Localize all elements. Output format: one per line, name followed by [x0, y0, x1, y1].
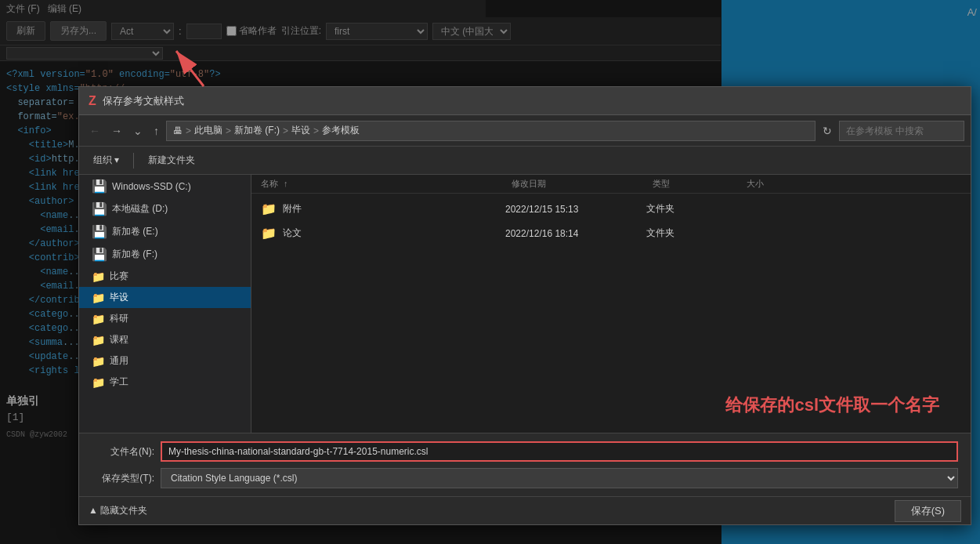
- dialog-navbar: ← → ⌄ ↑ 🖶 > 此电脑 > 新加卷 (F:) > 毕设 > 参考模板 ↻: [79, 115, 971, 147]
- filetype-label: 保存类型(T):: [92, 472, 154, 485]
- col-header-type[interactable]: 类型: [653, 178, 747, 190]
- file-item-lunwen[interactable]: 📁 论文 2022/12/16 18:14 文件夹: [251, 221, 971, 245]
- dialog-titlebar: Z 保存参考文献样式: [79, 87, 971, 115]
- col-header-date[interactable]: 修改日期: [512, 178, 653, 190]
- drive-icon-d: 💾: [92, 201, 107, 216]
- save-dialog: Z 保存参考文献样式 ← → ⌄ ↑ 🖶 > 此电脑 > 新加卷 (F:) > …: [78, 86, 971, 525]
- dialog-title-text: 保存参考文献样式: [103, 94, 184, 108]
- folder-icon-fujian: 📁: [261, 201, 277, 216]
- col-header-name[interactable]: 名称 ↑: [261, 178, 512, 190]
- nav-forward-button[interactable]: →: [107, 122, 126, 140]
- organize-button[interactable]: 组织 ▾: [89, 151, 124, 169]
- filelist-header: 名称 ↑ 修改日期 类型 大小: [251, 175, 971, 194]
- dialog-footer: 文件名(N): 保存类型(T): Citation Style Language…: [79, 433, 971, 496]
- folder-icon-tongyong: 📁: [92, 355, 105, 368]
- col-header-size[interactable]: 大小: [747, 178, 809, 190]
- file-type-lunwen: 文件夹: [646, 227, 740, 240]
- breadcrumb-sep1: >: [186, 125, 191, 136]
- drive-icon-e: 💾: [92, 224, 107, 239]
- breadcrumb-part2[interactable]: 新加卷 (F:): [234, 124, 280, 137]
- breadcrumb-sep4: >: [313, 125, 319, 136]
- save-button[interactable]: 保存(S): [895, 500, 961, 522]
- dialog-bottombar: ▲ 隐藏文件夹 保存(S): [79, 496, 971, 524]
- sidebar-item-label-c: Windows-SSD (C:): [112, 181, 191, 192]
- sidebar-item-label-f: 新加卷 (F:): [112, 248, 157, 261]
- file-date-lunwen: 2022/12/16 18:14: [505, 228, 646, 239]
- sidebar-item-label-xuegong: 学工: [110, 375, 128, 389]
- breadcrumb-sep2: >: [226, 125, 231, 136]
- filename-input[interactable]: [161, 441, 958, 462]
- filelist-body: 📁 附件 2022/12/15 15:13 文件夹 📁 论文 2022/12/1…: [251, 194, 971, 378]
- file-date-fujian: 2022/12/15 15:13: [505, 204, 646, 215]
- breadcrumb-part4[interactable]: 参考模板: [322, 124, 360, 137]
- annotation-area: 给保存的csl文件取一个名字: [251, 378, 971, 433]
- folder-icon-kecheng: 📁: [92, 334, 105, 346]
- folder-icon-xuegong: 📁: [92, 376, 105, 389]
- sidebar-item-label-tongyong: 通用: [110, 354, 128, 368]
- breadcrumb-computer[interactable]: 🖶: [173, 125, 183, 136]
- sidebar-item-label-e: 新加卷 (E:): [112, 225, 158, 238]
- file-item-fujian[interactable]: 📁 附件 2022/12/15 15:13 文件夹: [251, 197, 971, 221]
- nav-back-button[interactable]: ←: [85, 122, 104, 140]
- folder-icon-bishe: 📁: [92, 292, 105, 304]
- dialog-body: 💾 Windows-SSD (C:) 💾 本地磁盘 (D:) 💾 新加卷 (E:…: [79, 175, 971, 433]
- folder-icon-keyan: 📁: [92, 313, 105, 325]
- dialog-filelist: 名称 ↑ 修改日期 类型 大小 📁 附件 2022/12/15 15:13 文件…: [251, 175, 971, 433]
- toolbar-divider: [133, 153, 134, 169]
- nav-up-button[interactable]: ↑: [150, 122, 163, 140]
- sidebar-item-label-bishe: 毕设: [110, 291, 128, 304]
- sidebar-item-bisai[interactable]: 📁 比赛: [79, 266, 251, 287]
- drive-icon-c: 💾: [92, 179, 107, 194]
- sidebar-item-local-d[interactable]: 💾 本地磁盘 (D:): [79, 198, 251, 220]
- dialog-toolbar: 组织 ▾ 新建文件夹: [79, 147, 971, 175]
- file-name-lunwen: 📁 论文: [261, 226, 505, 241]
- filetype-row: 保存类型(T): Citation Style Language (*.csl): [92, 468, 958, 488]
- folder-icon-lunwen: 📁: [261, 226, 277, 241]
- sidebar-item-label-keyan: 科研: [110, 312, 128, 325]
- file-name-fujian: 📁 附件: [261, 201, 505, 216]
- sidebar-item-label-kecheng: 课程: [110, 333, 128, 346]
- sidebar-item-windows-ssd[interactable]: 💾 Windows-SSD (C:): [79, 175, 251, 198]
- drive-icon-f: 💾: [92, 247, 107, 262]
- sidebar-item-kecheng[interactable]: 📁 课程: [79, 329, 251, 350]
- filetype-select[interactable]: Citation Style Language (*.csl): [161, 468, 958, 488]
- sidebar-item-label-bisai: 比赛: [110, 270, 128, 283]
- file-type-fujian: 文件夹: [646, 202, 740, 216]
- nav-dropdown-button[interactable]: ⌄: [129, 122, 146, 140]
- annotation-text: 给保存的csl文件取一个名字: [725, 395, 939, 415]
- nav-search-input[interactable]: [839, 121, 964, 141]
- filename-row: 文件名(N):: [92, 441, 958, 462]
- sidebar-item-xuegong[interactable]: 📁 学工: [79, 372, 251, 393]
- new-folder-button[interactable]: 新建文件夹: [143, 151, 200, 169]
- breadcrumb-bar: 🖶 > 此电脑 > 新加卷 (F:) > 毕设 > 参考模板: [166, 121, 815, 141]
- sidebar-item-bishe[interactable]: 📁 毕设: [79, 287, 251, 308]
- nav-refresh-button[interactable]: ↻: [819, 122, 836, 140]
- filename-label: 文件名(N):: [92, 445, 154, 459]
- sidebar-item-label-d: 本地磁盘 (D:): [112, 202, 168, 216]
- sidebar-item-tongyong[interactable]: 📁 通用: [79, 350, 251, 372]
- sidebar-item-keyan[interactable]: 📁 科研: [79, 308, 251, 329]
- dialog-sidebar: 💾 Windows-SSD (C:) 💾 本地磁盘 (D:) 💾 新加卷 (E:…: [79, 175, 251, 433]
- dialog-title-icon: Z: [89, 94, 96, 108]
- breadcrumb-part1[interactable]: 此电脑: [194, 124, 222, 137]
- sidebar-item-drive-e[interactable]: 💾 新加卷 (E:): [79, 220, 251, 243]
- breadcrumb-part3[interactable]: 毕设: [291, 124, 310, 137]
- breadcrumb-sep3: >: [283, 125, 288, 136]
- folder-icon-bisai: 📁: [92, 270, 105, 283]
- hide-files-button[interactable]: ▲ 隐藏文件夹: [89, 504, 147, 517]
- sidebar-item-drive-f[interactable]: 💾 新加卷 (F:): [79, 243, 251, 266]
